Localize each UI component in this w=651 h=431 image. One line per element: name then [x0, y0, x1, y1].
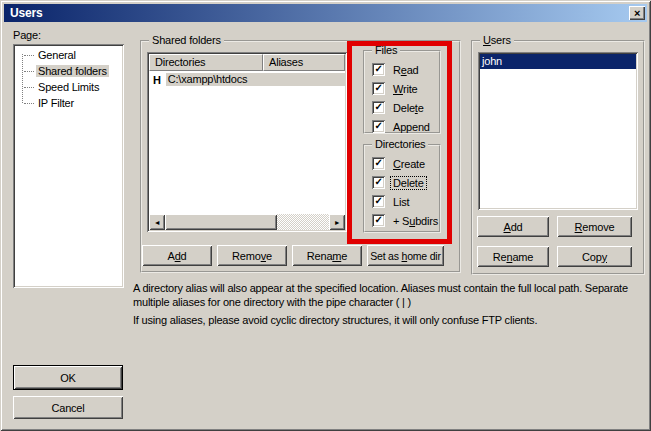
cancel-button[interactable]: Cancel — [13, 396, 123, 419]
directories-legend: Directories — [372, 138, 428, 150]
sidebar-item-ip-filter[interactable]: IP Filter — [15, 95, 122, 111]
window-title: Users — [10, 6, 42, 20]
subdirs-checkbox[interactable]: ✓ — [372, 214, 385, 227]
sidebar-item-speed-limits[interactable]: Speed Limits — [15, 79, 122, 95]
users-dialog: Users × Page: General Shared folders Spe… — [0, 0, 651, 431]
ok-button-face: OK — [14, 366, 122, 389]
scroll-right-button[interactable]: ► — [329, 214, 345, 230]
checkbox-row-dir-delete: ✓ Delete — [372, 173, 437, 192]
remove-user-button[interactable]: Remove — [557, 216, 632, 237]
checkbox-row-append: ✓ Append — [372, 117, 437, 136]
shared-folders-legend: Shared folders — [149, 34, 224, 46]
checkmark-icon: ✓ — [374, 121, 382, 131]
append-checkbox-label: Append — [391, 121, 432, 133]
tree-dash-icon — [24, 71, 34, 72]
file-delete-checkbox[interactable]: ✓ — [372, 101, 385, 114]
scrollbar-track[interactable] — [277, 214, 329, 230]
tree-dash-icon — [24, 103, 34, 104]
close-icon: × — [634, 8, 640, 19]
horizontal-scrollbar[interactable]: ◄ ► — [149, 214, 345, 230]
files-permissions-group: Files ✓ Read ✓ Write ✓ Delete ✓ Append — [363, 50, 441, 134]
page-label: Page: — [13, 29, 41, 41]
ok-button-label: OK — [60, 372, 76, 384]
scrollbar-thumb[interactable] — [165, 214, 277, 230]
create-checkbox[interactable]: ✓ — [372, 157, 385, 170]
checkmark-icon: ✓ — [374, 158, 382, 168]
page-list[interactable]: General Shared folders Speed Limits IP F… — [13, 44, 124, 288]
directories-list[interactable]: Directories Aliases H C:\xampp\htdocs ◄ … — [147, 52, 347, 232]
scroll-right-icon: ► — [334, 219, 341, 226]
close-button[interactable]: × — [629, 6, 645, 20]
rename-user-button[interactable]: Rename — [477, 246, 549, 267]
users-legend: Users — [480, 34, 514, 46]
checkbox-row-create: ✓ Create — [372, 154, 437, 173]
directories-rows-area[interactable]: H C:\xampp\htdocs — [149, 71, 345, 214]
add-user-button-label: Add — [504, 221, 523, 233]
sidebar-item-general[interactable]: General — [15, 47, 122, 63]
set-as-home-dir-button[interactable]: Set as home dir — [367, 245, 444, 266]
remove-directory-button-label: Remove — [232, 250, 272, 262]
list-checkbox-label: List — [391, 196, 411, 208]
checkmark-icon: ✓ — [374, 196, 382, 206]
directory-row[interactable]: H C:\xampp\htdocs — [149, 72, 345, 87]
alias-info-paragraph-1: A directory alias will also appear at th… — [133, 281, 640, 309]
checkbox-row-write: ✓ Write — [372, 79, 437, 98]
write-checkbox[interactable]: ✓ — [372, 82, 385, 95]
rename-directory-button[interactable]: Rename — [292, 245, 362, 266]
checkbox-row-list: ✓ List — [372, 192, 437, 211]
list-checkbox[interactable]: ✓ — [372, 195, 385, 208]
users-list[interactable]: john — [478, 52, 638, 210]
title-bar[interactable]: Users — [4, 4, 647, 22]
file-delete-checkbox-label: Delete — [391, 102, 426, 114]
add-user-button[interactable]: Add — [477, 216, 549, 237]
files-legend: Files — [372, 44, 400, 56]
checkbox-row-subdirs: ✓ + Subdirs — [372, 211, 437, 230]
directories-list-header: Directories Aliases — [149, 54, 345, 71]
add-directory-button-label: Add — [168, 250, 187, 262]
checkbox-row-read: ✓ Read — [372, 60, 437, 79]
write-checkbox-label: Write — [391, 83, 419, 95]
directories-checkbox-column: ✓ Create ✓ Delete ✓ List ✓ + Subdirs — [372, 154, 437, 230]
alias-info-paragraph-2: If using aliases, please avoid cyclic di… — [133, 313, 640, 327]
alias-info-text: A directory alias will also appear at th… — [133, 281, 640, 327]
append-checkbox[interactable]: ✓ — [372, 120, 385, 133]
ok-button[interactable]: OK — [13, 365, 123, 390]
sidebar-item-label: General — [36, 49, 78, 61]
sidebar-item-label: Speed Limits — [36, 81, 101, 93]
tree-dash-icon — [24, 87, 34, 88]
dir-delete-checkbox-label: Delete — [391, 177, 426, 189]
files-checkbox-column: ✓ Read ✓ Write ✓ Delete ✓ Append — [372, 60, 437, 136]
home-directory-marker: H — [153, 74, 161, 86]
copy-user-button-label: Copy — [582, 251, 607, 263]
remove-user-button-label: Remove — [575, 221, 615, 233]
user-row-john[interactable]: john — [480, 54, 636, 69]
remove-directory-button[interactable]: Remove — [217, 245, 287, 266]
sidebar-item-label: IP Filter — [36, 97, 76, 109]
column-header-directories[interactable]: Directories — [149, 54, 263, 71]
sidebar-item-label: Shared folders — [36, 65, 109, 77]
cancel-button-label: Cancel — [51, 402, 84, 414]
checkmark-icon: ✓ — [374, 215, 382, 225]
checkmark-icon: ✓ — [374, 177, 382, 187]
directories-permissions-group: Directories ✓ Create ✓ Delete ✓ List ✓ +… — [363, 144, 441, 233]
rename-user-button-label: Rename — [493, 251, 533, 263]
add-directory-button[interactable]: Add — [142, 245, 212, 266]
scroll-left-button[interactable]: ◄ — [149, 214, 165, 230]
create-checkbox-label: Create — [391, 158, 427, 170]
checkmark-icon: ✓ — [374, 64, 382, 74]
column-header-aliases[interactable]: Aliases — [263, 54, 345, 71]
copy-user-button[interactable]: Copy — [557, 246, 632, 267]
checkmark-icon: ✓ — [374, 83, 382, 93]
directory-path: C:\xampp\htdocs — [166, 73, 345, 86]
scroll-left-icon: ◄ — [154, 219, 161, 226]
set-as-home-dir-button-label: Set as home dir — [370, 250, 441, 262]
dir-delete-checkbox[interactable]: ✓ — [372, 176, 385, 189]
checkmark-icon: ✓ — [374, 102, 382, 112]
read-checkbox[interactable]: ✓ — [372, 63, 385, 76]
rename-directory-button-label: Rename — [307, 250, 347, 262]
tree-dash-icon — [24, 55, 34, 56]
read-checkbox-label: Read — [391, 64, 421, 76]
subdirs-checkbox-label: + Subdirs — [391, 215, 440, 227]
checkbox-row-file-delete: ✓ Delete — [372, 98, 437, 117]
sidebar-item-shared-folders[interactable]: Shared folders — [15, 63, 122, 79]
